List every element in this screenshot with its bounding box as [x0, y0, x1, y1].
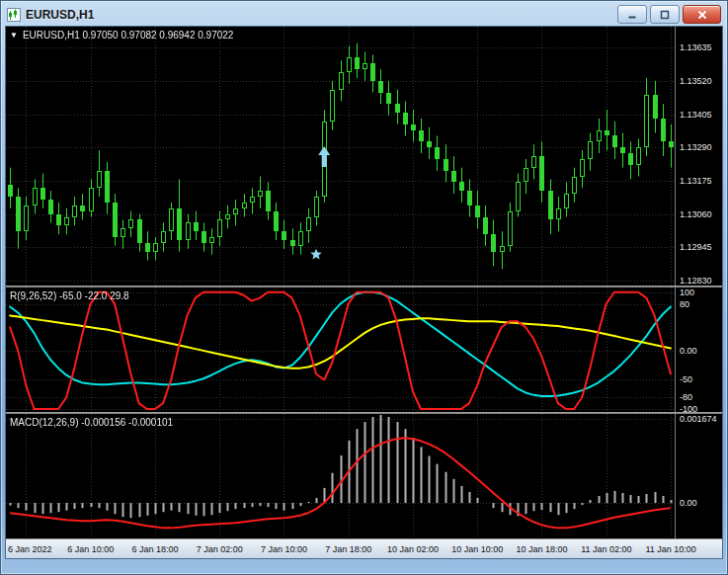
main-chart-panel: ▼ EURUSD,H1 0.97050 0.97082 0.96942 0.97…: [6, 27, 722, 286]
time-tick-label: 6 Jan 18:00: [131, 544, 178, 554]
price-tick-label: 1.13520: [680, 76, 712, 86]
time-tick-label: 11 Jan 02:00: [581, 544, 631, 554]
chart-window-icon: [7, 8, 21, 22]
macd-panel: MACD(12,26,9) -0.000156 -0.000101 0.0016…: [6, 414, 722, 538]
chart-area: ▼ EURUSD,H1 0.97050 0.97082 0.96942 0.97…: [5, 26, 723, 559]
macd-price-scale[interactable]: 0.0016740.00: [675, 414, 722, 538]
time-tick-label: 10 Jan 10:00: [451, 544, 503, 554]
price-tick-label: -80: [680, 392, 692, 402]
price-tick-label: 1.13405: [680, 110, 712, 120]
price-tick-label: 1.12945: [680, 242, 712, 252]
chart-info-label: ▼ EURUSD,H1 0.97050 0.97082 0.96942 0.97…: [10, 30, 233, 41]
oscillator-label-text: R(9,26,52) -65.0 -22.0 29.8: [10, 290, 129, 301]
price-tick-label: -100: [680, 404, 697, 412]
price-tick-label: 1.13290: [680, 142, 712, 152]
chart-window: EURUSD,H1 ▼ EURUSD,H1 0.97050 0.97082 0.…: [0, 0, 728, 575]
time-tick-label: 11 Jan 10:00: [645, 544, 695, 554]
price-tick-label: 100: [680, 288, 694, 297]
macd-canvas[interactable]: [6, 414, 675, 538]
oscillator-canvas[interactable]: [6, 288, 675, 412]
close-icon: [697, 10, 707, 20]
symbol-ohlc-text: EURUSD,H1 0.97050 0.97082 0.96942 0.9702…: [23, 30, 234, 41]
close-button[interactable]: [683, 5, 721, 24]
time-axis[interactable]: 6 Jan 20226 Jan 10:006 Jan 18:007 Jan 02…: [6, 538, 722, 558]
time-tick-label: 7 Jan 18:00: [325, 544, 371, 554]
oscillator-panel: R(9,26,52) -65.0 -22.0 29.8 100800.00-50…: [6, 288, 722, 412]
window-controls: [617, 5, 721, 24]
price-tick-label: 0.00: [680, 498, 697, 508]
time-tick-label: 10 Jan 02:00: [387, 544, 439, 554]
price-tick-label: 1.13060: [680, 209, 712, 219]
oscillator-label: R(9,26,52) -65.0 -22.0 29.8: [10, 290, 129, 301]
main-chart-canvas[interactable]: [6, 27, 675, 286]
window-title: EURUSD,H1: [26, 8, 94, 22]
main-price-scale[interactable]: 1.136351.135201.134051.132901.131751.130…: [675, 27, 722, 286]
price-tick-label: -50: [680, 374, 692, 384]
price-tick-label: 80: [680, 299, 689, 309]
maximize-button[interactable]: [650, 5, 680, 24]
price-tick-label: 0.00: [680, 346, 697, 356]
titlebar[interactable]: EURUSD,H1: [5, 3, 723, 26]
price-tick-label: 1.13635: [680, 42, 712, 52]
time-tick-label: 6 Jan 10:00: [67, 544, 114, 554]
macd-label-text: MACD(12,26,9) -0.000156 -0.000101: [10, 417, 173, 428]
price-tick-label: 1.13175: [680, 176, 712, 186]
minimize-icon: [627, 10, 637, 20]
macd-label: MACD(12,26,9) -0.000156 -0.000101: [10, 417, 173, 428]
price-tick-label: 0.001674: [680, 414, 717, 424]
time-tick-label: 7 Jan 10:00: [261, 544, 307, 554]
dropdown-arrow-icon[interactable]: ▼: [10, 32, 18, 40]
oscillator-scale[interactable]: 100800.00-50-80-100: [675, 288, 722, 412]
time-tick-label: 7 Jan 02:00: [197, 544, 243, 554]
time-tick-label: 6 Jan 2022: [8, 544, 52, 554]
maximize-icon: [660, 10, 670, 20]
minimize-button[interactable]: [617, 5, 647, 24]
time-tick-label: 10 Jan 18:00: [516, 544, 567, 554]
price-tick-label: 1.12830: [680, 276, 712, 286]
